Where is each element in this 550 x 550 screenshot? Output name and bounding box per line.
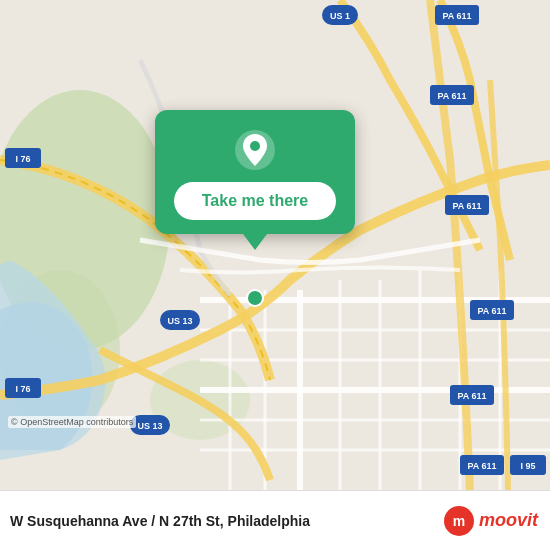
popup-tail bbox=[243, 234, 267, 250]
moovit-logo: m moovit bbox=[443, 505, 538, 537]
svg-point-46 bbox=[250, 141, 260, 151]
popup-card: Take me there bbox=[155, 110, 355, 234]
take-me-there-button[interactable]: Take me there bbox=[174, 182, 336, 220]
svg-text:US 13: US 13 bbox=[137, 421, 162, 431]
svg-text:I 95: I 95 bbox=[520, 461, 535, 471]
location-pin-icon bbox=[233, 128, 277, 172]
svg-text:I 76: I 76 bbox=[15, 384, 30, 394]
osm-attribution: © OpenStreetMap contributors bbox=[8, 416, 136, 428]
svg-point-44 bbox=[247, 290, 263, 306]
svg-text:I 76: I 76 bbox=[15, 154, 30, 164]
svg-text:PA 611: PA 611 bbox=[467, 461, 496, 471]
map-container: I 76 I 76 US 1 US 1 PA 611 PA 611 PA 611… bbox=[0, 0, 550, 490]
moovit-brand-text: moovit bbox=[479, 510, 538, 531]
svg-text:US 13: US 13 bbox=[167, 316, 192, 326]
location-name: W Susquehanna Ave / N 27th St, Philadelp… bbox=[10, 513, 310, 529]
svg-text:US 1: US 1 bbox=[330, 11, 350, 21]
svg-text:PA 611: PA 611 bbox=[437, 91, 466, 101]
moovit-logo-icon: m bbox=[443, 505, 475, 537]
bottom-bar: W Susquehanna Ave / N 27th St, Philadelp… bbox=[0, 490, 550, 550]
svg-text:m: m bbox=[453, 513, 465, 529]
svg-text:PA 611: PA 611 bbox=[457, 391, 486, 401]
svg-text:PA 611: PA 611 bbox=[452, 201, 481, 211]
svg-text:PA 611: PA 611 bbox=[442, 11, 471, 21]
svg-text:PA 611: PA 611 bbox=[477, 306, 506, 316]
